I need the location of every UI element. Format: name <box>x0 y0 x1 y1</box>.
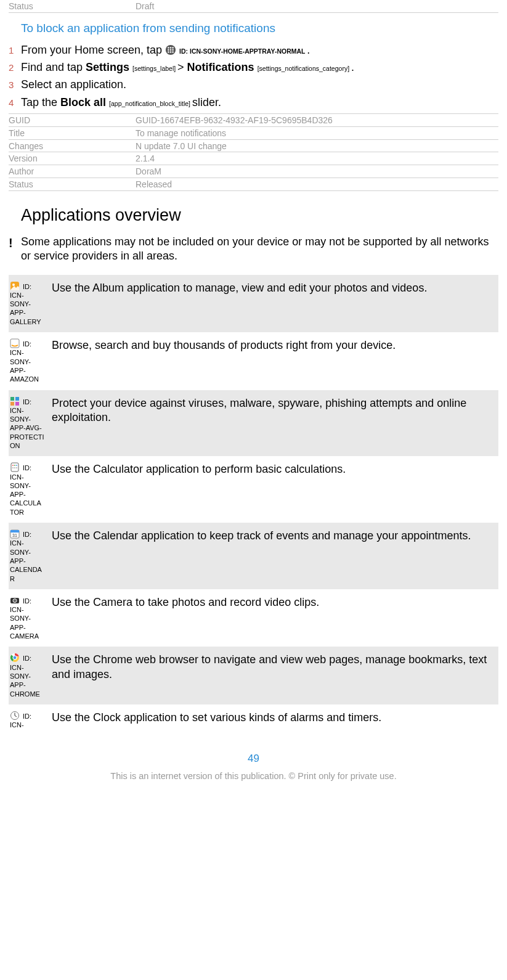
app-desc: Browse, search and buy thousands of prod… <box>48 332 498 390</box>
icon-id-label: ID: ICN-SONY-HOME-APPTRAY-NORMAL <box>179 47 307 55</box>
svg-point-7 <box>168 51 169 53</box>
table-row: ID: ICN- Use the Clock application to se… <box>9 704 498 736</box>
step-tiny: [app_notification_block_title] <box>109 100 192 107</box>
app-desc: Protect your device against viruses, mal… <box>48 390 498 457</box>
svg-point-30 <box>13 656 17 659</box>
meta-key: GUID <box>9 115 136 126</box>
table-row: ID: ICN-SONY-APP-CHROME Use the Chrome w… <box>9 647 498 704</box>
app-desc: Use the Album application to manage, vie… <box>48 275 498 332</box>
step-number: 3 <box>9 79 21 91</box>
app-desc: Use the Calculator application to perfor… <box>48 456 498 523</box>
svg-point-2 <box>170 47 172 49</box>
step-tiny: [settings_notifications_category] <box>258 65 351 72</box>
app-desc: Use the Chrome web browser to navigate a… <box>48 647 498 704</box>
step-bold: Block all <box>60 96 106 108</box>
chrome-icon <box>10 653 20 663</box>
meta-val: Released <box>136 179 498 190</box>
step-text: Select an application. <box>21 77 498 92</box>
svg-rect-14 <box>15 397 19 401</box>
steps-list: 1 From your Home screen, tap ID: ICN-SON… <box>9 41 498 111</box>
meta-row: Title To manage notifications <box>9 127 498 140</box>
meta-row: GUID GUID-16674EFB-9632-4932-AF19-5C9695… <box>9 114 498 127</box>
step-number: 2 <box>9 62 21 74</box>
apps-note: ! Some applications may not be included … <box>9 235 498 264</box>
svg-point-18 <box>12 465 14 466</box>
svg-point-21 <box>12 467 14 468</box>
svg-rect-13 <box>10 397 14 401</box>
apptray-icon <box>165 44 176 55</box>
svg-point-3 <box>172 47 174 49</box>
step-tiny: [settings_label] <box>132 65 177 72</box>
svg-point-28 <box>13 598 17 602</box>
meta-row-status: Status Draft <box>9 0 498 13</box>
svg-point-6 <box>172 49 174 51</box>
svg-point-23 <box>16 467 17 468</box>
camera-icon <box>10 595 20 605</box>
footer-text: This is an internet version of this publ… <box>9 771 498 791</box>
step-bold: Notifications <box>187 61 254 73</box>
step-1: 1 From your Home screen, tap ID: ICN-SON… <box>9 41 498 59</box>
app-desc: Use the Calendar application to keep tra… <box>48 523 498 589</box>
meta-row: Version 2.1.4 <box>9 152 498 165</box>
section-heading: To block an application from sending not… <box>21 22 498 35</box>
apps-overview-heading: Applications overview <box>21 206 498 225</box>
app-desc: Use the Camera to take photos and record… <box>48 589 498 647</box>
svg-point-11 <box>12 284 15 286</box>
table-row: ID: ICN-SONY-APP-CAMERA Use the Camera t… <box>9 589 498 647</box>
svg-rect-25 <box>10 530 19 533</box>
meta-val: To manage notifications <box>136 128 498 139</box>
meta-val: 2.1.4 <box>136 153 498 164</box>
step-2: 2 Find and tap Settings [settings_label]… <box>9 59 498 76</box>
step-text: . <box>351 61 354 73</box>
step-bold: Settings <box>86 61 129 73</box>
clock-icon <box>10 711 20 721</box>
step-text: Tap the <box>21 96 60 108</box>
note-body: Some applications may not be included on… <box>21 235 498 264</box>
step-text: > <box>177 61 187 73</box>
app-desc: Use the Clock application to set various… <box>48 704 498 736</box>
step-text: From your Home screen, tap <box>21 44 165 56</box>
step-number: 4 <box>9 97 21 109</box>
meta-val: Draft <box>136 1 498 12</box>
svg-rect-15 <box>10 402 14 406</box>
step-4: 4 Tap the Block all [app_notification_bl… <box>9 94 498 111</box>
step-text: . <box>307 44 310 56</box>
amazon-icon <box>10 338 20 348</box>
important-icon: ! <box>9 235 21 264</box>
svg-text:31: 31 <box>12 533 17 537</box>
svg-point-4 <box>168 49 169 51</box>
meta-val: N update 7.0 UI change <box>136 141 498 152</box>
svg-point-8 <box>170 51 172 53</box>
svg-rect-16 <box>15 402 19 406</box>
calculator-icon <box>10 462 20 472</box>
table-row: ID: ICN-SONY-APP-CALCULATOR Use the Calc… <box>9 456 498 523</box>
svg-point-22 <box>14 467 15 468</box>
page-number: 49 <box>9 753 498 765</box>
step-text: Find and tap <box>21 61 86 73</box>
meta-key: Status <box>9 1 136 12</box>
svg-point-9 <box>172 51 174 53</box>
meta-row: Author DoraM <box>9 165 498 178</box>
step-number: 1 <box>9 44 21 57</box>
meta-key: Changes <box>9 141 136 152</box>
table-row: 31 ID: ICN-SONY-APP-CALENDAR Use the Cal… <box>9 523 498 589</box>
step-3: 3 Select an application. <box>9 76 498 93</box>
meta-val: DoraM <box>136 166 498 177</box>
meta-val: GUID-16674EFB-9632-4932-AF19-5C9695B4D32… <box>136 115 498 126</box>
table-row: ID: ICN-SONY-APP-AMAZON Browse, search a… <box>9 332 498 390</box>
meta-key: Status <box>9 179 136 190</box>
svg-point-5 <box>170 49 172 51</box>
table-row: ID: ICN-SONY-APP-GALLERY Use the Album a… <box>9 275 498 332</box>
meta-key: Title <box>9 128 136 139</box>
svg-point-20 <box>16 465 17 466</box>
gallery-icon <box>10 281 20 291</box>
meta-key: Version <box>9 153 136 164</box>
apps-table: ID: ICN-SONY-APP-GALLERY Use the Album a… <box>9 275 498 736</box>
svg-point-19 <box>14 465 15 466</box>
svg-point-1 <box>168 47 169 49</box>
calendar-icon: 31 <box>10 529 20 539</box>
table-row: ID: ICN-SONY-APP-AVG-PROTECTION Protect … <box>9 390 498 457</box>
avg-icon <box>10 396 20 406</box>
icon-id-label: ID: ICN-SONY-APP-AVG-PROTECTION <box>10 398 44 449</box>
meta-key: Author <box>9 166 136 177</box>
